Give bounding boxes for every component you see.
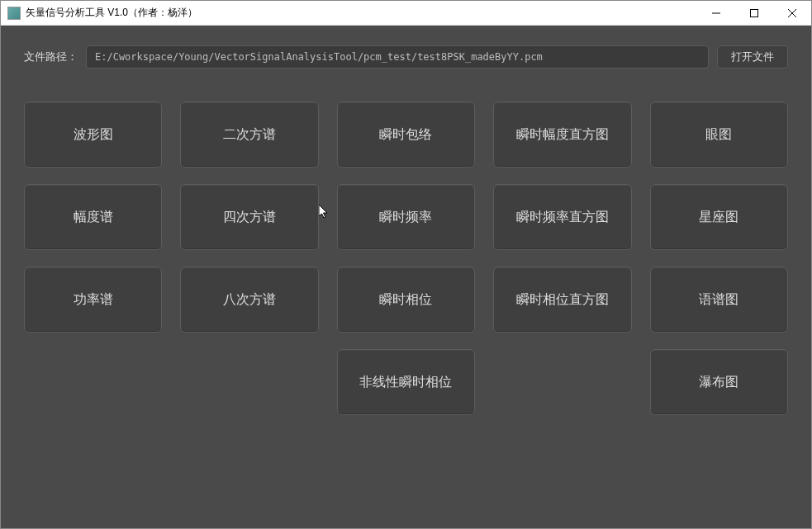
- tile-instant-amplitude-histogram[interactable]: 瞬时幅度直方图: [493, 102, 631, 168]
- tile-spectrogram[interactable]: 语谱图: [650, 267, 788, 333]
- tile-eighth-power-spectrum[interactable]: 八次方谱: [180, 267, 318, 333]
- open-file-button[interactable]: 打开文件: [717, 45, 788, 68]
- file-path-label: 文件路径：: [24, 50, 78, 64]
- tile-instant-envelope[interactable]: 瞬时包络: [337, 102, 475, 168]
- minimize-button[interactable]: [697, 1, 735, 26]
- close-icon: [788, 9, 796, 17]
- tile-amplitude-spectrum[interactable]: 幅度谱: [24, 184, 162, 250]
- tile-instant-frequency[interactable]: 瞬时频率: [337, 184, 475, 250]
- file-path-input[interactable]: [86, 45, 709, 68]
- app-window: 矢量信号分析工具 V1.0（作者：杨洋） 文件路径： 打开文件 波形图 二次方谱…: [0, 0, 812, 529]
- minimize-icon: [712, 9, 720, 17]
- file-path-row: 文件路径： 打开文件: [24, 45, 788, 68]
- tile-eye-diagram[interactable]: 眼图: [650, 102, 788, 168]
- tile-instant-phase-histogram[interactable]: 瞬时相位直方图: [493, 267, 631, 333]
- maximize-icon: [750, 9, 758, 17]
- tile-nonlinear-instant-phase[interactable]: 非线性瞬时相位: [337, 349, 475, 415]
- analysis-grid: 波形图 二次方谱 瞬时包络 瞬时幅度直方图 眼图 幅度谱 四次方谱 瞬时频率 瞬…: [24, 102, 788, 415]
- window-title: 矢量信号分析工具 V1.0（作者：杨洋）: [26, 6, 197, 20]
- tile-instant-frequency-histogram[interactable]: 瞬时频率直方图: [493, 184, 631, 250]
- svg-rect-1: [751, 9, 758, 17]
- tile-power-spectrum[interactable]: 功率谱: [24, 267, 162, 333]
- close-button[interactable]: [773, 1, 811, 26]
- titlebar: 矢量信号分析工具 V1.0（作者：杨洋）: [1, 1, 811, 26]
- app-icon: [7, 7, 21, 20]
- tile-waterfall[interactable]: 瀑布图: [650, 349, 788, 415]
- tile-instant-phase[interactable]: 瞬时相位: [337, 267, 475, 333]
- open-file-label: 打开文件: [731, 50, 774, 64]
- tile-second-power-spectrum[interactable]: 二次方谱: [180, 102, 318, 168]
- tile-constellation[interactable]: 星座图: [650, 184, 788, 250]
- maximize-button[interactable]: [735, 1, 773, 26]
- tile-fourth-power-spectrum[interactable]: 四次方谱: [180, 184, 318, 250]
- content-area: 文件路径： 打开文件 波形图 二次方谱 瞬时包络 瞬时幅度直方图 眼图 幅度谱 …: [1, 26, 811, 528]
- tile-waveform[interactable]: 波形图: [24, 102, 162, 168]
